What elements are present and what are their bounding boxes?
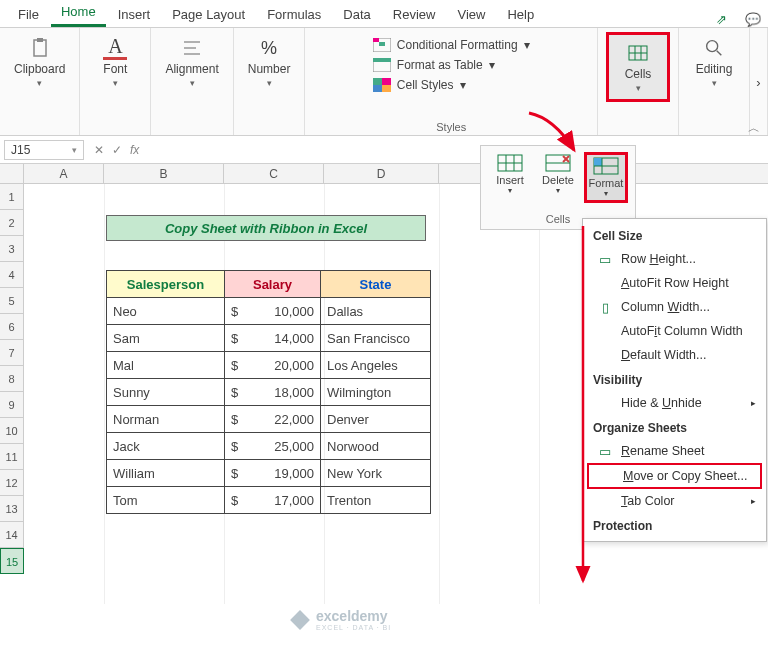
table-row: Neo$10,000Dallas <box>107 298 431 325</box>
select-all-corner[interactable] <box>0 164 24 184</box>
menu-row-height[interactable]: ▭Row Height... <box>583 247 766 271</box>
col-head-a[interactable]: A <box>24 164 104 183</box>
svg-rect-32 <box>290 610 310 630</box>
ribbon-overflow[interactable]: › <box>750 28 768 135</box>
chevron-down-icon: ▾ <box>113 78 118 88</box>
cells-icon <box>626 41 650 65</box>
menu-move-or-copy[interactable]: .Move or Copy Sheet... <box>587 463 762 489</box>
row-head[interactable]: 12 <box>0 470 24 496</box>
tab-formulas[interactable]: Formulas <box>257 2 331 27</box>
svg-rect-6 <box>373 38 379 42</box>
row-head[interactable]: 6 <box>0 314 24 340</box>
name-box[interactable]: J15▾ <box>4 140 84 160</box>
conditional-formatting-button[interactable]: Conditional Formatting ▾ <box>373 38 530 52</box>
row-head[interactable]: 7 <box>0 340 24 366</box>
row-head[interactable]: 5 <box>0 288 24 314</box>
row-head[interactable]: 8 <box>0 366 24 392</box>
group-clipboard: Clipboard ▾ <box>0 28 80 135</box>
chevron-down-icon: ▾ <box>190 78 195 88</box>
tab-home[interactable]: Home <box>51 0 106 27</box>
header-salesperson: Salesperson <box>107 271 225 298</box>
percent-icon: % <box>257 36 281 60</box>
tab-pagelayout[interactable]: Page Layout <box>162 2 255 27</box>
chevron-down-icon: ▾ <box>72 145 77 155</box>
tab-review[interactable]: Review <box>383 2 446 27</box>
row-head[interactable]: 3 <box>0 236 24 262</box>
col-head-b[interactable]: B <box>104 164 224 183</box>
confirm-icon[interactable]: ✓ <box>112 143 122 157</box>
table-row: William$19,000New York <box>107 460 431 487</box>
format-as-table-button[interactable]: Format as Table ▾ <box>373 58 530 72</box>
cell-styles-icon <box>373 78 391 92</box>
insert-button[interactable]: Insert▾ <box>488 152 532 203</box>
chevron-right-icon: › <box>756 75 760 90</box>
group-cells: Cells ▾ <box>598 28 679 135</box>
format-button[interactable]: Format▾ <box>584 152 628 203</box>
svg-rect-29 <box>594 158 602 166</box>
menu-column-width[interactable]: ▯Column Width... <box>583 295 766 319</box>
tab-insert[interactable]: Insert <box>108 2 161 27</box>
chevron-down-icon: ▾ <box>37 78 42 88</box>
row-head[interactable]: 4 <box>0 262 24 288</box>
svg-rect-10 <box>373 78 382 85</box>
row-head[interactable]: 1 <box>0 184 24 210</box>
tab-help[interactable]: Help <box>497 2 544 27</box>
menu-autofit-col[interactable]: .AutoFit Column Width <box>583 319 766 343</box>
menu-default-width[interactable]: .Default Width... <box>583 343 766 367</box>
format-menu: Cell Size ▭Row Height... .AutoFit Row He… <box>582 218 767 542</box>
comments-icon[interactable]: 💬 <box>738 12 768 27</box>
watermark: exceldemyEXCEL · DATA · BI <box>290 608 391 631</box>
share-icon[interactable]: ⇗ <box>706 12 736 27</box>
menu-header-cell-size: Cell Size <box>583 223 766 247</box>
table-row: Mal$20,000Los Angeles <box>107 352 431 379</box>
row-head[interactable]: 10 <box>0 418 24 444</box>
tab-file[interactable]: File <box>8 2 49 27</box>
table-icon <box>373 58 391 72</box>
cell-styles-button[interactable]: Cell Styles ▾ <box>373 78 530 92</box>
collapse-ribbon-icon[interactable]: ︿ <box>748 120 760 137</box>
menu-hide-unhide[interactable]: .Hide & Unhide▸ <box>583 391 766 415</box>
menu-rename-sheet[interactable]: ▭Rename Sheet <box>583 439 766 463</box>
chevron-down-icon: ▾ <box>267 78 272 88</box>
svg-rect-1 <box>37 38 43 42</box>
group-font: A Font ▾ <box>80 28 151 135</box>
format-cells-icon <box>593 157 619 175</box>
font-button[interactable]: A Font ▾ <box>88 32 142 92</box>
svg-rect-11 <box>382 78 391 85</box>
row-head[interactable]: 11 <box>0 444 24 470</box>
group-editing: Editing ▾ <box>679 28 750 135</box>
grid-icon <box>373 38 391 52</box>
ribbon-tabs: File Home Insert Page Layout Formulas Da… <box>0 0 768 28</box>
row-head[interactable]: 2 <box>0 210 24 236</box>
table-row: Sam$14,000San Francisco <box>107 325 431 352</box>
number-button[interactable]: % Number ▾ <box>242 32 297 92</box>
row-head[interactable]: 9 <box>0 392 24 418</box>
tab-data[interactable]: Data <box>333 2 380 27</box>
clipboard-button[interactable]: Clipboard ▾ <box>8 32 71 92</box>
editing-button[interactable]: Editing ▾ <box>687 32 741 92</box>
svg-line-19 <box>717 51 722 56</box>
row-head[interactable]: 13 <box>0 496 24 522</box>
data-table: Salesperson Salary State Neo$10,000Dalla… <box>106 270 431 514</box>
row-head[interactable]: 14 <box>0 522 24 548</box>
menu-autofit-row[interactable]: .AutoFit Row Height <box>583 271 766 295</box>
menu-tab-color[interactable]: .Tab Color▸ <box>583 489 766 513</box>
row-head[interactable]: 15 <box>0 548 24 574</box>
svg-rect-9 <box>373 58 391 62</box>
group-alignment: Alignment ▾ <box>151 28 233 135</box>
annotation-arrow <box>568 226 598 591</box>
header-salary: Salary <box>225 271 321 298</box>
fx-icon[interactable]: fx <box>130 143 139 157</box>
svg-rect-7 <box>379 42 385 46</box>
tab-view[interactable]: View <box>447 2 495 27</box>
cells-button[interactable]: Cells ▾ <box>611 37 665 97</box>
delete-button[interactable]: Delete▾ <box>536 152 580 203</box>
alignment-button[interactable]: Alignment ▾ <box>159 32 224 92</box>
header-state: State <box>321 271 431 298</box>
cancel-icon[interactable]: ✕ <box>94 143 104 157</box>
col-head-d[interactable]: D <box>324 164 439 183</box>
col-head-c[interactable]: C <box>224 164 324 183</box>
menu-header-organize: Organize Sheets <box>583 415 766 439</box>
table-row: Jack$25,000Norwood <box>107 433 431 460</box>
rename-icon: ▭ <box>597 444 613 458</box>
